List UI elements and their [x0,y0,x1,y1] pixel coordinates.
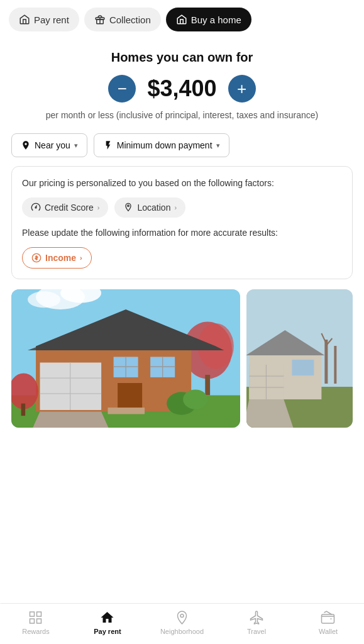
svg-rect-26 [118,383,142,412]
sort-chevron-icon: ▾ [216,142,220,150]
tab-pay-rent[interactable]: Pay rent [9,8,79,31]
tab-pay-rent-label: Pay rent [34,14,69,25]
svg-rect-50 [30,619,35,623]
home-icon [19,14,30,25]
location-chevron-icon: ▾ [74,142,78,150]
svg-point-8 [28,291,60,308]
tab-collection[interactable]: Collection [84,8,161,31]
tab-buy-home-label: Buy a home [191,14,241,25]
svg-rect-48 [30,612,35,616]
nav-item-travel[interactable]: Travel [238,610,275,635]
location-filter-label: Near you [35,140,70,150]
credit-score-pill[interactable]: Credit Score › [22,197,108,218]
price-description: per month or less (inclusive of principa… [11,109,353,122]
house-active-icon [100,610,115,625]
buy-home-icon [176,14,187,25]
nav-pay-rent-label: Pay rent [94,628,121,635]
income-chevron-icon: › [80,254,82,262]
price-control: − $3,400 + [11,75,353,103]
svg-rect-34 [325,340,328,384]
neighborhood-icon [174,610,189,625]
dollar-icon [31,253,41,263]
svg-rect-53 [322,614,334,623]
price-value: $3,400 [147,75,216,102]
nav-travel-label: Travel [247,628,266,635]
plane-icon [249,610,264,625]
personalization-text: Our pricing is personalized to you based… [22,177,342,190]
svg-point-30 [183,389,207,409]
svg-rect-28 [108,408,145,414]
wallet-icon [321,610,336,625]
filter-row: Near you ▾ Minimum down payment ▾ [11,133,353,157]
nav-neighborhood-label: Neighborhood [160,628,204,635]
income-pill[interactable]: Income › [22,247,92,269]
top-navigation: Pay rent Collection Buy a home [0,0,364,39]
nav-item-wallet[interactable]: Wallet [309,610,347,635]
section-title: Homes you can own for [11,50,353,65]
pin-icon [21,140,31,150]
location-filter-button[interactable]: Near you ▾ [11,133,87,157]
svg-point-3 [128,205,130,207]
main-content: Homes you can own for − $3,400 + per mon… [0,39,364,644]
credit-score-label: Credit Score [45,203,94,213]
listing-image-1 [11,289,240,428]
location-label: Location [137,203,170,213]
svg-point-2 [35,207,36,208]
income-label: Income [45,253,76,263]
credit-score-chevron-icon: › [97,204,100,211]
nav-rewards-label: Rewards [22,628,49,635]
nav-item-rewards[interactable]: Rewards [17,610,55,635]
svg-rect-32 [21,404,26,416]
tab-buy-home[interactable]: Buy a home [166,8,251,31]
bottom-navigation: Rewards Pay rent Neighborhood Travel Wal… [0,603,364,644]
grid-icon [28,610,43,625]
svg-rect-35 [334,346,337,384]
listings-row [11,289,353,428]
svg-rect-49 [37,612,41,616]
gauge-icon [31,203,41,213]
listing-card-main[interactable] [11,289,240,428]
nav-wallet-label: Wallet [319,628,338,635]
tab-collection-label: Collection [109,14,151,25]
svg-rect-51 [37,619,41,623]
decrease-price-button[interactable]: − [108,75,136,103]
sort-filter-label: Minimum down payment [117,140,212,150]
svg-point-52 [180,614,184,618]
nav-item-neighborhood[interactable]: Neighborhood [160,610,204,635]
location-pin-icon [123,203,133,213]
location-pill[interactable]: Location › [114,197,185,218]
update-text: Please update the following information … [22,226,342,240]
listing-image-2 [246,289,353,428]
nav-item-pay-rent[interactable]: Pay rent [89,610,126,635]
info-card: Our pricing is personalized to you based… [11,166,353,279]
sort-filter-button[interactable]: Minimum down payment ▾ [94,133,229,157]
location-chevron-icon: › [174,204,177,211]
factor-pills: Credit Score › Location › [22,197,342,218]
svg-rect-10 [205,375,210,396]
increase-price-button[interactable]: + [228,75,256,103]
gift-icon [94,14,106,25]
bolt-icon [103,140,113,150]
listing-card-small[interactable] [246,289,353,428]
svg-rect-46 [292,360,314,375]
